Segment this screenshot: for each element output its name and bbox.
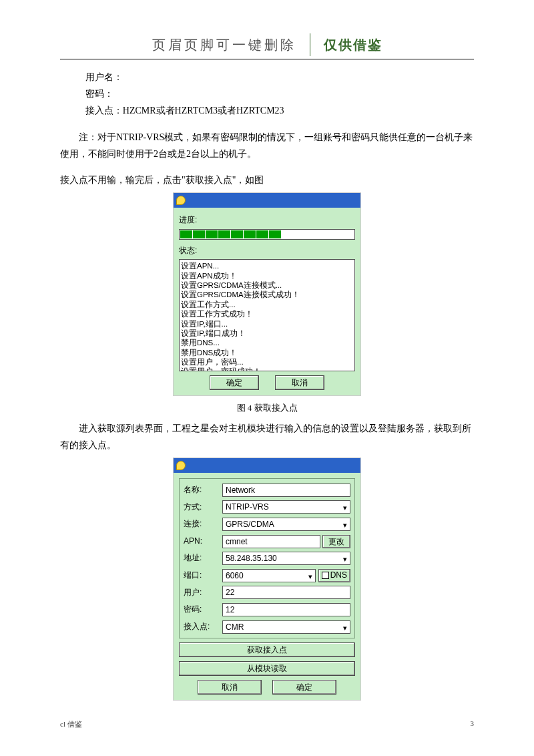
select-accesspoint[interactable]: CMR (222, 620, 350, 634)
select-port[interactable]: 6060 (222, 569, 316, 582)
screenshot-network-form: 名称: Network 方式: NTRIP-VRS 连接: GPRS/CDMA … (173, 457, 361, 701)
header-divider (310, 33, 310, 56)
page-header: 页眉页脚可一键删除 仅供借鉴 (60, 33, 474, 56)
change-apn-button[interactable]: 更改 (322, 535, 350, 548)
header-right-text: 仅供借鉴 (324, 36, 382, 54)
label-mode: 方式: (184, 500, 217, 515)
label-port: 端口: (184, 568, 217, 583)
select-address[interactable]: 58.248.35.130 (222, 552, 350, 565)
dialog-titlebar (174, 193, 360, 208)
status-label: 状态: (179, 244, 355, 258)
ok-button[interactable]: 确定 (210, 375, 259, 390)
dns-label: DNS (330, 568, 347, 583)
input-name[interactable]: Network (222, 484, 350, 497)
status-line: 设置用户，密码... (181, 357, 353, 367)
read-from-module-button[interactable]: 从模块读取 (179, 661, 355, 676)
page-footer: cl 借鉴 3 (60, 719, 474, 729)
get-accesspoint-button[interactable]: 获取接入点 (179, 642, 355, 657)
input-user[interactable]: 22 (222, 586, 350, 599)
label-conn: 连接: (184, 517, 217, 532)
progress-label: 进度: (179, 213, 355, 228)
checkbox-box[interactable] (322, 572, 329, 579)
status-line: 禁用DNS... (181, 338, 353, 347)
cancel-button[interactable]: 取消 (275, 375, 324, 390)
input-password[interactable]: 12 (222, 603, 350, 616)
label-address: 地址: (184, 551, 217, 566)
username-line: 用户名： (60, 69, 474, 85)
dns-checkbox[interactable]: DNS (318, 569, 350, 582)
label-apn: APN: (184, 534, 217, 549)
status-line: 设置工作方式... (181, 300, 353, 309)
status-line: 设置GPRS/CDMA连接模式成功！ (181, 290, 353, 299)
label-accesspoint: 接入点: (184, 620, 217, 634)
instruction-1: 接入点不用输，输完后，点击"获取接入点"，如图 (60, 172, 474, 188)
page-number: 3 (471, 719, 475, 729)
input-apn[interactable]: cmnet (222, 535, 320, 548)
status-line: 设置APN... (181, 261, 353, 270)
header-rule (60, 59, 474, 59)
status-line: 设置GPRS/CDMA连接模式... (181, 280, 353, 290)
screenshot-progress-dialog: 进度: 状态: 设置APN... 设置APN成功！ 设置GPRS/CDMA连接模… (173, 192, 361, 396)
app-icon (176, 196, 186, 205)
dialog-titlebar (174, 458, 360, 473)
accesspoint-line: 接入点：HZCMR或者HZRTCM3或者HZRTCM23 (60, 102, 474, 119)
status-line: 设置工作方式成功！ (181, 309, 353, 319)
status-line: 禁用DNS成功！ (181, 348, 353, 357)
paragraph-after-fig4: 进入获取源列表界面，工程之星会对主机模块进行输入的信息的设置以及登陆服务器，获取… (60, 420, 474, 453)
header-left-text: 页眉页脚可一键删除 (152, 36, 296, 54)
label-password: 密码: (184, 602, 217, 617)
status-line: 设置IP,端口... (181, 319, 353, 329)
network-form: 名称: Network 方式: NTRIP-VRS 连接: GPRS/CDMA … (179, 478, 355, 638)
figure-caption-4: 图 4 获取接入点 (60, 400, 474, 415)
ok-button[interactable]: 确定 (272, 680, 336, 695)
status-line: 设置IP,端口成功！ (181, 329, 353, 338)
footer-left: cl 借鉴 (60, 719, 82, 729)
status-listbox[interactable]: 设置APN... 设置APN成功！ 设置GPRS/CDMA连接模式... 设置G… (179, 259, 355, 371)
status-line: 设置用户，密码成功！ (181, 367, 353, 371)
note-paragraph: 注：对于NTRIP-VRS模式，如果有密码限制的情况下，一组账号和密码只能供任意… (60, 129, 474, 162)
status-line: 设置APN成功！ (181, 271, 353, 280)
progress-bar (179, 229, 355, 240)
app-icon (176, 461, 186, 470)
select-mode[interactable]: NTRIP-VRS (222, 500, 350, 514)
cancel-button[interactable]: 取消 (198, 680, 262, 695)
password-line: 密码： (60, 85, 474, 102)
select-connection[interactable]: GPRS/CDMA (222, 518, 350, 531)
label-name: 名称: (184, 483, 217, 498)
label-user: 用户: (184, 586, 217, 600)
